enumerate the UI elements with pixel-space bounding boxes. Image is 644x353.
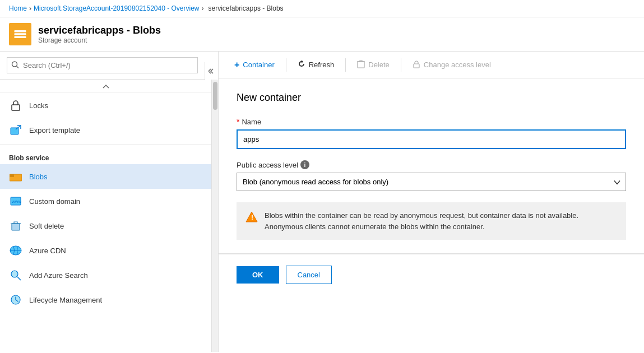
svg-rect-10	[10, 174, 14, 177]
access-level-label-text: Public access level	[237, 161, 298, 169]
svg-line-5	[17, 66, 19, 68]
sidebar-item-locks[interactable]: Locks	[0, 93, 211, 118]
svg-text:!: !	[251, 214, 253, 222]
scrollbar-thumb	[213, 82, 217, 110]
warning-icon: !	[245, 211, 258, 226]
svg-point-16	[11, 271, 18, 277]
domain-icon: www	[9, 194, 22, 208]
toolbar: + Container Refresh Delete	[219, 52, 644, 78]
svg-rect-2	[15, 33, 26, 35]
svg-rect-7	[11, 128, 18, 134]
form-actions: OK Cancel	[219, 254, 644, 295]
toolbar-sep-2	[345, 58, 346, 72]
sidebar-item-blobs[interactable]: Blobs	[0, 164, 211, 189]
delete-icon	[357, 59, 365, 70]
sidebar: Locks Export template Blob service	[0, 52, 219, 352]
search-icon	[11, 61, 19, 70]
name-label-text: Name	[242, 118, 261, 126]
sidebar-item-azure-cdn-label: Azure CDN	[29, 247, 66, 255]
sidebar-item-azure-search-label: Add Azure Search	[29, 271, 88, 280]
name-label: * Name	[237, 117, 626, 126]
new-container-panel: New container * Name Public access level…	[219, 78, 644, 254]
sidebar-item-azure-cdn[interactable]: Azure CDN	[0, 238, 211, 263]
lock-access-icon	[413, 59, 420, 70]
info-icon: i	[300, 160, 309, 169]
refresh-icon	[298, 60, 305, 69]
access-level-select-wrapper: Blob (anonymous read access for blobs on…	[237, 173, 626, 191]
sidebar-nav: Locks Export template Blob service	[0, 80, 211, 352]
export-icon	[9, 123, 22, 137]
breadcrumb-current: servicefabricapps - Blobs	[209, 4, 284, 12]
svg-rect-3	[15, 36, 26, 39]
cancel-button[interactable]: Cancel	[286, 266, 332, 284]
svg-rect-20	[414, 64, 419, 68]
delete-label: Delete	[368, 61, 390, 69]
softdelete-icon	[9, 219, 22, 233]
page-title: servicefabricapps - Blobs	[38, 25, 161, 36]
refresh-button[interactable]: Refresh	[291, 57, 341, 73]
search-input[interactable]	[7, 57, 198, 73]
add-container-button[interactable]: + Container	[228, 57, 281, 73]
sidebar-item-azure-search[interactable]: Add Azure Search	[0, 263, 211, 287]
toolbar-sep-3	[401, 58, 401, 72]
change-access-button[interactable]: Change access level	[406, 56, 498, 73]
breadcrumb-sep-2: ›	[202, 4, 204, 12]
sidebar-collapse-button[interactable]	[205, 62, 218, 80]
sidebar-item-custom-domain[interactable]: www Custom domain	[0, 189, 211, 213]
info-box: ! Blobs within the container can be read…	[237, 202, 626, 240]
main-layout: Locks Export template Blob service	[0, 52, 644, 352]
sidebar-item-export-label: Export template	[29, 126, 80, 134]
svg-text:www: www	[11, 199, 21, 204]
sidebar-item-soft-delete-label: Soft delete	[29, 222, 64, 230]
sidebar-item-custom-domain-label: Custom domain	[29, 197, 80, 206]
svg-point-4	[12, 62, 17, 67]
svg-rect-13	[12, 224, 20, 230]
sidebar-item-lifecycle-label: Lifecycle Management	[29, 296, 102, 304]
page-header-text: servicefabricapps - Blobs Storage accoun…	[38, 25, 161, 44]
access-level-label: Public access level i	[237, 160, 626, 169]
name-input[interactable]	[237, 129, 626, 149]
sidebar-item-lifecycle[interactable]: Lifecycle Management	[0, 287, 211, 312]
refresh-label: Refresh	[309, 61, 335, 69]
access-level-select[interactable]: Blob (anonymous read access for blobs on…	[237, 173, 626, 191]
content-area: + Container Refresh Delete	[219, 52, 644, 352]
ok-button[interactable]: OK	[237, 266, 279, 284]
sidebar-item-export[interactable]: Export template	[0, 118, 211, 142]
sidebar-search-container	[0, 52, 205, 80]
name-field: * Name	[237, 117, 626, 149]
main-panel: New container * Name Public access level…	[219, 78, 644, 352]
cdn-icon	[9, 244, 22, 257]
sidebar-item-soft-delete[interactable]: Soft delete	[0, 213, 211, 238]
svg-rect-6	[12, 105, 20, 110]
search-azure-icon	[9, 268, 22, 282]
sidebar-scrollbar	[211, 80, 218, 352]
breadcrumb: Home › Microsoft.StorageAccount-20190802…	[0, 0, 644, 17]
page-subtitle: Storage account	[38, 36, 161, 44]
sidebar-item-blobs-label: Blobs	[29, 173, 48, 181]
access-level-field: Public access level i Blob (anonymous re…	[237, 160, 626, 191]
lifecycle-icon	[9, 293, 22, 306]
page-header: servicefabricapps - Blobs Storage accoun…	[0, 17, 644, 52]
name-required-star: *	[237, 117, 239, 126]
sidebar-scroll-up[interactable]	[103, 82, 109, 90]
breadcrumb-home[interactable]: Home	[9, 4, 27, 12]
breadcrumb-storage[interactable]: Microsoft.StorageAccount-20190802152040 …	[34, 4, 200, 12]
delete-button[interactable]: Delete	[350, 56, 396, 73]
breadcrumb-sep-1: ›	[29, 4, 31, 12]
new-container-title: New container	[237, 92, 626, 104]
sidebar-section-blob-service: Blob service	[0, 147, 211, 164]
lock-icon	[9, 99, 22, 112]
blobs-icon	[9, 170, 22, 183]
plus-icon: +	[234, 60, 239, 70]
svg-rect-1	[15, 30, 26, 32]
page-header-icon	[9, 23, 31, 45]
toolbar-sep-1	[286, 58, 286, 72]
svg-line-17	[17, 277, 21, 280]
add-container-label: Container	[243, 61, 274, 69]
svg-rect-19	[358, 62, 364, 68]
sidebar-item-locks-label: Locks	[29, 101, 48, 110]
info-box-text: Blobs within the container can be read b…	[265, 210, 617, 232]
change-access-label: Change access level	[424, 61, 491, 69]
